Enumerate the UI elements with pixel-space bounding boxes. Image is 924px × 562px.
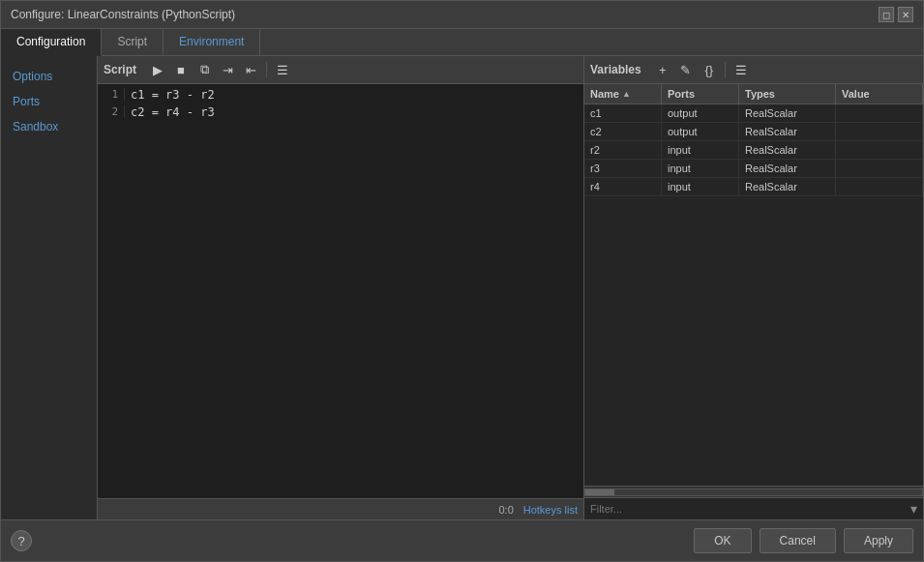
add-variable-button[interactable]: + <box>653 60 672 79</box>
variables-table-header: Name ▲ Ports Types Value <box>584 84 923 104</box>
filter-icon: ▾ <box>910 501 917 517</box>
variables-rows: c1outputRealScalarc2outputRealScalarr2in… <box>584 104 923 196</box>
var-cell-ports-2: input <box>662 141 739 159</box>
variables-toolbar: Variables + ✎ {} ☰ <box>584 56 923 84</box>
tab-environment[interactable]: Environment <box>164 29 260 55</box>
var-toolbar-sep <box>725 62 726 77</box>
apply-button[interactable]: Apply <box>844 528 913 553</box>
variables-panel: Variables + ✎ {} ☰ Name ▲ <box>584 56 923 519</box>
tab-script[interactable]: Script <box>102 29 164 55</box>
var-menu-button[interactable]: ☰ <box>731 60 751 79</box>
col-header-types[interactable]: Types <box>739 84 836 104</box>
dialog-buttons: OK Cancel Apply <box>694 528 913 553</box>
table-row[interactable]: r4inputRealScalar <box>584 178 923 196</box>
ok-button[interactable]: OK <box>694 528 751 553</box>
table-row[interactable]: r2inputRealScalar <box>584 141 923 160</box>
line-code-1: c1 = r3 - r2 <box>131 88 215 102</box>
var-cell-name-4: r4 <box>584 178 662 195</box>
script-toolbar: Script ▶ ■ ⧉ ⇥ ⇤ ☰ <box>98 56 583 84</box>
script-panel-title: Script <box>104 63 136 76</box>
title-bar-buttons: ◻ ✕ <box>879 7 913 22</box>
var-cell-ports-0: output <box>662 104 739 122</box>
var-cell-value-3 <box>836 160 923 177</box>
col-header-value[interactable]: Value <box>836 84 923 104</box>
var-cell-name-3: r3 <box>584 160 662 177</box>
restore-button[interactable]: ◻ <box>879 7 894 22</box>
panels: Script ▶ ■ ⧉ ⇥ ⇤ ☰ 1 c1 = r3 - r2 <box>98 56 923 519</box>
stop-button[interactable]: ■ <box>171 60 191 79</box>
edit-variable-button[interactable]: ✎ <box>676 60 696 79</box>
menu-button[interactable]: ☰ <box>273 60 292 79</box>
col-header-ports[interactable]: Ports <box>662 84 739 104</box>
var-cell-types-3: RealScalar <box>739 160 836 177</box>
main-content: Options Ports Sandbox Script ▶ ■ ⧉ ⇥ <box>1 56 923 519</box>
sidebar: Options Ports Sandbox <box>1 56 98 519</box>
var-cell-ports-3: input <box>662 160 739 177</box>
cancel-button[interactable]: Cancel <box>760 528 836 553</box>
close-button[interactable]: ✕ <box>898 7 913 22</box>
variables-table: Name ▲ Ports Types Value <box>584 84 923 486</box>
var-cell-value-4 <box>836 178 923 195</box>
main-window: Configure: LinearConstraints (PythonScri… <box>0 0 924 562</box>
help-button[interactable]: ? <box>11 530 32 551</box>
variables-panel-title: Variables <box>590 63 641 76</box>
toolbar-sep <box>266 62 267 77</box>
script-line-1: 1 c1 = r3 - r2 <box>98 88 583 105</box>
bottom-bar: ? OK Cancel Apply <box>1 519 923 561</box>
col-header-name[interactable]: Name ▲ <box>584 84 662 104</box>
content-area: Script ▶ ■ ⧉ ⇥ ⇤ ☰ 1 c1 = r3 - r2 <box>98 56 923 519</box>
filter-input[interactable] <box>590 503 910 515</box>
table-row[interactable]: c2outputRealScalar <box>584 123 923 141</box>
var-scrollbar[interactable] <box>584 486 923 497</box>
export-button[interactable]: ⇤ <box>241 60 260 79</box>
table-row[interactable]: c1outputRealScalar <box>584 104 923 123</box>
var-cell-types-2: RealScalar <box>739 141 836 159</box>
var-cell-ports-4: input <box>662 178 739 195</box>
line-number-2: 2 <box>98 105 125 118</box>
tab-bar: Configuration Script Environment <box>1 29 923 56</box>
script-editor[interactable]: 1 c1 = r3 - r2 2 c2 = r4 - r3 <box>98 84 583 498</box>
import-button[interactable]: ⇥ <box>218 60 237 79</box>
line-number-1: 1 <box>98 88 125 101</box>
var-cell-types-1: RealScalar <box>739 123 836 140</box>
run-button[interactable]: ▶ <box>148 60 167 79</box>
line-code-2: c2 = r4 - r3 <box>131 105 215 119</box>
sidebar-item-sandbox[interactable]: Sandbox <box>1 114 97 139</box>
sidebar-item-options[interactable]: Options <box>1 64 97 89</box>
cursor-coords: 0:0 <box>498 504 513 516</box>
sort-arrow-name: ▲ <box>622 89 631 99</box>
tab-configuration[interactable]: Configuration <box>1 29 102 56</box>
var-cell-name-0: c1 <box>584 104 662 122</box>
copy-button[interactable]: ⧉ <box>194 60 214 79</box>
var-cell-types-4: RealScalar <box>739 178 836 195</box>
var-scrollbar-track <box>584 488 923 496</box>
var-cell-name-2: r2 <box>584 141 662 159</box>
var-cell-value-1 <box>836 123 923 140</box>
script-panel: Script ▶ ■ ⧉ ⇥ ⇤ ☰ 1 c1 = r3 - r2 <box>98 56 584 519</box>
var-cell-value-0 <box>836 104 923 122</box>
var-cell-types-0: RealScalar <box>739 104 836 122</box>
var-cell-ports-1: output <box>662 123 739 140</box>
table-row[interactable]: r3inputRealScalar <box>584 160 923 178</box>
var-scrollbar-thumb <box>585 489 614 495</box>
braces-button[interactable]: {} <box>700 60 719 79</box>
title-bar: Configure: LinearConstraints (PythonScri… <box>1 1 923 29</box>
window-title: Configure: LinearConstraints (PythonScri… <box>11 8 235 21</box>
var-filter-bar: ▾ <box>584 497 923 519</box>
script-line-2: 2 c2 = r4 - r3 <box>98 105 583 123</box>
sidebar-item-ports[interactable]: Ports <box>1 89 97 114</box>
var-cell-value-2 <box>836 141 923 159</box>
script-status-bar: 0:0 Hotkeys list <box>98 498 583 519</box>
hotkeys-link[interactable]: Hotkeys list <box>523 504 578 516</box>
var-cell-name-1: c2 <box>584 123 662 140</box>
